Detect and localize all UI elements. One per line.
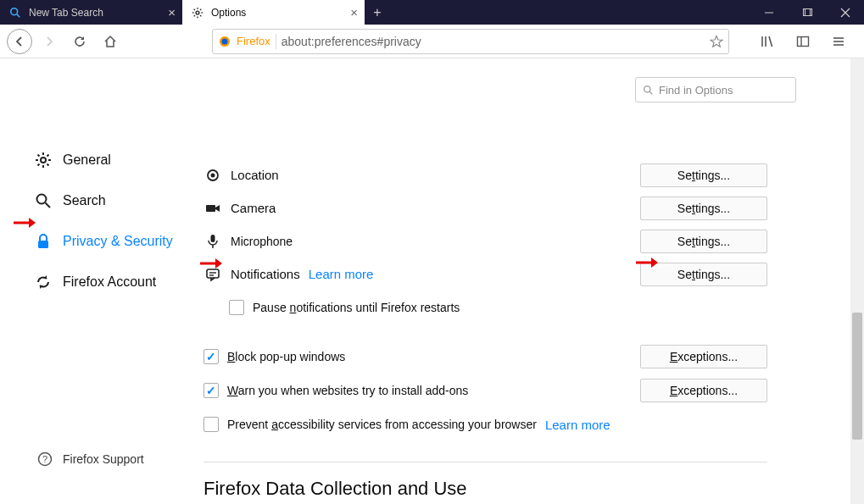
lock-icon: [34, 232, 53, 251]
warn-addons-checkbox[interactable]: [203, 383, 219, 398]
permission-row-microphone: Microphone Settings...: [203, 224, 767, 258]
tab-label: New Tab Search: [29, 7, 103, 19]
sidebar-item-label: Search: [63, 193, 106, 208]
close-icon[interactable]: ×: [350, 5, 358, 19]
gear-icon: [34, 151, 53, 169]
preferences-sidebar: General Search Privacy & Security Firefo…: [0, 58, 203, 504]
camera-icon: [203, 201, 222, 216]
sidebar-item-privacy[interactable]: Privacy & Security: [34, 221, 203, 262]
permission-row-notifications: Notifications Learn more Settings...: [203, 258, 767, 291]
svg-line-31: [38, 155, 40, 157]
svg-line-7: [194, 8, 195, 9]
svg-line-1: [17, 14, 20, 17]
svg-rect-12: [803, 8, 810, 15]
nav-toolbar: Firefox about:preferences#privacy: [0, 25, 864, 58]
checkbox-label: Block pop-up windows: [227, 350, 345, 363]
svg-line-8: [200, 15, 201, 16]
a11y-learn-more-link[interactable]: Learn more: [545, 418, 610, 432]
svg-point-0: [11, 8, 18, 14]
find-in-options-input[interactable]: Find in Options: [635, 77, 796, 102]
sidebar-item-general[interactable]: General: [34, 140, 203, 180]
sidebar-item-search[interactable]: Search: [34, 180, 203, 221]
svg-line-36: [46, 203, 51, 208]
url-bar[interactable]: Firefox about:preferences#privacy: [212, 29, 729, 54]
gear-icon: [191, 6, 204, 19]
permission-row-location: Location Settings...: [203, 158, 767, 191]
checkbox-label: Pause notifications until Firefox restar…: [253, 301, 460, 314]
svg-rect-21: [798, 36, 809, 46]
menu-button[interactable]: [825, 28, 852, 55]
block-popup-row: Block pop-up windows Exceptions...: [203, 340, 767, 374]
camera-settings-button[interactable]: Settings...: [640, 197, 767, 220]
permission-row-camera: Camera Settings...: [203, 191, 767, 224]
svg-rect-13: [805, 8, 811, 15]
permission-label: Notifications: [231, 267, 300, 281]
reload-button[interactable]: [66, 28, 93, 55]
popup-exceptions-button[interactable]: Exceptions...: [640, 345, 767, 368]
svg-rect-47: [207, 269, 219, 278]
svg-point-35: [37, 195, 47, 204]
permission-label: Camera: [231, 201, 276, 215]
block-popup-checkbox[interactable]: [203, 349, 219, 364]
svg-point-17: [222, 38, 228, 44]
pause-notifications-checkbox[interactable]: [229, 300, 244, 315]
vertical-scrollbar[interactable]: [850, 58, 864, 504]
forward-button[interactable]: [36, 28, 63, 55]
bookmark-star-icon[interactable]: [710, 35, 723, 48]
notification-icon: [203, 267, 222, 282]
svg-line-9: [194, 15, 195, 16]
sidebar-item-label: Privacy & Security: [63, 234, 173, 249]
identity-label: Firefox: [237, 35, 270, 47]
sidebar-item-label: Firefox Account: [63, 274, 156, 290]
scrollbar-thumb[interactable]: [852, 313, 862, 440]
checkbox-label: Prevent accessibility services from acce…: [227, 418, 537, 431]
svg-point-43: [211, 173, 215, 177]
tab-options[interactable]: Options ×: [182, 0, 365, 25]
sidebar-item-firefox-account[interactable]: Firefox Account: [34, 262, 203, 302]
svg-point-2: [196, 11, 199, 14]
sidebar-button[interactable]: [789, 28, 817, 55]
checkbox-label: Warn you when websites try to install ad…: [227, 384, 468, 397]
close-icon[interactable]: ×: [168, 5, 176, 19]
sidebar-item-label: General: [63, 152, 111, 168]
addons-exceptions-button[interactable]: Exceptions...: [640, 379, 767, 402]
divider: [203, 462, 767, 462]
close-button[interactable]: [826, 0, 864, 25]
preferences-main: Find in Options Location Settings... Cam…: [203, 58, 864, 504]
permission-label: Location: [231, 168, 279, 182]
sync-icon: [34, 273, 53, 291]
minimize-button[interactable]: [750, 0, 788, 25]
microphone-settings-button[interactable]: Settings...: [640, 230, 767, 253]
url-text: about:preferences#privacy: [281, 35, 705, 48]
microphone-icon: [203, 234, 222, 249]
search-icon: [8, 6, 22, 19]
svg-line-10: [200, 8, 201, 9]
library-button[interactable]: [754, 28, 781, 55]
support-label: Firefox Support: [63, 452, 144, 466]
warn-addons-row: Warn you when websites try to install ad…: [203, 374, 767, 407]
firefox-support-link[interactable]: ? Firefox Support: [37, 451, 144, 467]
notifications-settings-button[interactable]: Settings...: [640, 263, 767, 286]
back-button[interactable]: [7, 29, 32, 54]
svg-line-41: [649, 91, 652, 94]
svg-point-40: [644, 86, 650, 91]
svg-line-34: [47, 155, 49, 157]
location-settings-button[interactable]: Settings...: [640, 163, 767, 187]
tab-newtabsearch[interactable]: New Tab Search ×: [0, 0, 182, 25]
search-icon: [34, 191, 53, 210]
home-button[interactable]: [97, 28, 124, 55]
search-icon: [643, 85, 654, 96]
svg-rect-37: [38, 241, 48, 248]
notifications-learn-more-link[interactable]: Learn more: [309, 267, 374, 281]
firefox-icon: [218, 35, 231, 48]
svg-text:?: ?: [42, 454, 47, 464]
location-icon: [203, 168, 222, 183]
find-placeholder: Find in Options: [659, 84, 733, 97]
titlebar: New Tab Search × Options × +: [0, 0, 864, 25]
help-icon: ?: [37, 451, 53, 467]
pause-notifications-row: Pause notifications until Firefox restar…: [229, 291, 767, 324]
permission-label: Microphone: [231, 235, 293, 248]
prevent-a11y-checkbox[interactable]: [203, 417, 219, 432]
maximize-button[interactable]: [788, 0, 826, 25]
new-tab-button[interactable]: +: [365, 0, 390, 25]
